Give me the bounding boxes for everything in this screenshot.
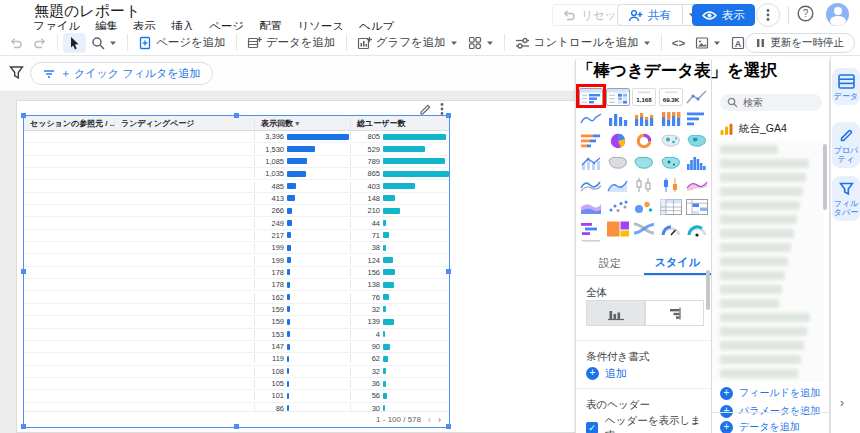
tab-style[interactable]: スタイル	[644, 252, 712, 275]
field-item-blurred[interactable]	[720, 341, 804, 350]
field-item-blurred[interactable]	[720, 145, 778, 154]
chart-type-col-stacked-icon[interactable]	[631, 108, 658, 130]
col-header-landing[interactable]: ランディングページ	[114, 118, 254, 129]
show-header-checkbox-row[interactable]: ✓ ヘッダーを表示します	[586, 414, 711, 433]
rail-item-data[interactable]: データ	[832, 68, 860, 105]
chart-type-geo-filled-icon[interactable]	[684, 130, 711, 152]
selection-handle[interactable]	[21, 269, 26, 274]
redo-button[interactable]	[28, 33, 52, 53]
field-item-blurred[interactable]	[720, 173, 806, 182]
field-item-blurred[interactable]	[720, 243, 791, 252]
chart-type-donut-icon[interactable]	[631, 130, 658, 152]
rail-item-properties[interactable]: プロパティ	[832, 122, 860, 168]
field-item-blurred[interactable]	[720, 285, 782, 294]
add-data-button[interactable]: +データを追加	[720, 420, 800, 433]
add-field-button[interactable]: +フィールドを追加	[720, 386, 820, 400]
field-item-blurred[interactable]	[720, 271, 785, 280]
help-button[interactable]: ?	[797, 5, 814, 22]
selection-handle[interactable]	[234, 424, 239, 429]
selection-handle[interactable]	[446, 113, 451, 118]
chart-type-geo-bubbles-icon[interactable]	[658, 130, 685, 152]
field-item-blurred[interactable]	[720, 313, 810, 322]
add-data-button[interactable]: データを追加	[242, 32, 341, 53]
funnel-icon[interactable]	[9, 65, 24, 80]
chart-type-sankey-icon[interactable]	[631, 218, 658, 240]
selection-handle[interactable]	[21, 113, 26, 118]
chart-type-gauge2-icon[interactable]	[684, 218, 711, 240]
vertical-bars-option[interactable]	[586, 300, 645, 326]
field-list-scrollbar[interactable]	[823, 144, 827, 210]
col-header-views[interactable]: 表示回数 ▾	[254, 118, 350, 129]
chart-type-area-stacked-icon[interactable]	[578, 196, 605, 218]
data-source-row[interactable]: 統合_GA4	[720, 122, 787, 136]
field-item-blurred[interactable]	[720, 257, 788, 266]
col-header-users[interactable]: 総ユーザー数	[350, 118, 449, 129]
chart-type-line-smooth-icon[interactable]	[578, 174, 605, 196]
community-viz-button[interactable]	[463, 33, 499, 53]
checkbox-checked-icon[interactable]: ✓	[586, 422, 598, 433]
add-control-button[interactable]: コントロールを追加	[510, 32, 656, 53]
header-more-button[interactable]	[756, 3, 780, 27]
collapse-panel-chevron[interactable]: ›	[840, 396, 844, 410]
chart-type-candlestick2-icon[interactable]	[658, 174, 685, 196]
field-item-blurred[interactable]	[720, 355, 801, 364]
chart-type-pie-icon[interactable]	[605, 130, 632, 152]
edit-pencil-icon[interactable]	[419, 103, 432, 116]
field-item-blurred[interactable]	[720, 229, 794, 238]
add-conditional-format-button[interactable]: + 追加	[586, 366, 627, 381]
chart-type-candlestick-icon[interactable]	[631, 174, 658, 196]
chart-type-bar-h-icon[interactable]	[684, 108, 711, 130]
chart-type-sparkline-icon[interactable]	[578, 108, 605, 130]
select-tool-button[interactable]	[63, 33, 86, 53]
chart-type-bubble-icon[interactable]	[631, 196, 658, 218]
embed-button[interactable]: <>	[667, 34, 690, 52]
field-search-input[interactable]: 検索	[720, 94, 822, 111]
field-item-blurred[interactable]	[720, 215, 797, 224]
chart-type-area-smooth-icon[interactable]	[605, 174, 632, 196]
rail-item-filter-bar[interactable]: フィルタバー	[832, 176, 860, 221]
field-item-blurred[interactable]	[720, 201, 800, 210]
panel-scrollbar[interactable]	[706, 270, 710, 310]
page-next-icon[interactable]: ›	[438, 415, 441, 425]
selection-handle[interactable]	[446, 424, 451, 429]
col-header-source[interactable]: セッションの参照元 / ...	[24, 118, 114, 129]
selection-handle[interactable]	[234, 113, 239, 118]
chart-type-scorecard1-icon[interactable]: 1,168	[631, 86, 658, 108]
undo-button[interactable]	[4, 33, 28, 53]
chart-type-scorecard2-icon[interactable]: 69.3K	[658, 86, 685, 108]
chart-type-pivot-heat-icon[interactable]	[684, 196, 711, 218]
chart-type-histogram-icon[interactable]	[684, 152, 711, 174]
add-parameter-button[interactable]: +パラメータを追加	[720, 404, 820, 418]
horizontal-bars-option[interactable]	[645, 300, 704, 326]
chart-type-tiny-icon[interactable]	[578, 240, 605, 248]
add-page-button[interactable]: ページを追加	[133, 32, 231, 53]
field-item-blurred[interactable]	[720, 327, 807, 336]
chart-type-treemap-icon[interactable]	[605, 218, 632, 240]
page-prev-icon[interactable]: ‹	[428, 415, 431, 425]
chart-type-band-area-icon[interactable]	[684, 174, 711, 196]
field-item-blurred[interactable]	[720, 369, 798, 378]
zoom-tool-button[interactable]	[86, 33, 122, 53]
chart-type-line-up-icon[interactable]	[684, 86, 711, 108]
share-button[interactable]: 共有	[617, 4, 702, 26]
chart-type-map-gray-icon[interactable]	[605, 152, 632, 174]
selection-handle[interactable]	[446, 269, 451, 274]
chart-type-pivot-icon[interactable]	[658, 196, 685, 218]
image-button[interactable]	[690, 33, 726, 53]
pause-updates-button[interactable]: 更新を一時停止	[745, 33, 855, 53]
add-quick-filter-button[interactable]: ＋ クイック フィルタを追加	[30, 62, 213, 85]
chart-type-combo-icon[interactable]	[578, 152, 605, 174]
add-chart-button[interactable]: グラフを追加	[352, 32, 463, 53]
chart-type-scatter-icon[interactable]	[605, 196, 632, 218]
bar-table-chart[interactable]: セッションの参照元 / ... ランディングページ 表示回数 ▾ 総ユーザー数 …	[23, 115, 450, 428]
chart-type-col-100-icon[interactable]	[658, 108, 685, 130]
chart-type-map-teal2-icon[interactable]	[658, 152, 685, 174]
chart-type-table-heatmap-icon[interactable]	[605, 86, 632, 108]
tab-setup[interactable]: 設定	[576, 252, 644, 275]
chart-more-icon[interactable]	[440, 102, 444, 116]
field-list-blurred[interactable]	[712, 140, 824, 382]
field-item-blurred[interactable]	[720, 159, 809, 168]
chart-type-map-teal-icon[interactable]	[631, 152, 658, 174]
selection-handle[interactable]	[21, 424, 26, 429]
field-item-blurred[interactable]	[720, 187, 803, 196]
